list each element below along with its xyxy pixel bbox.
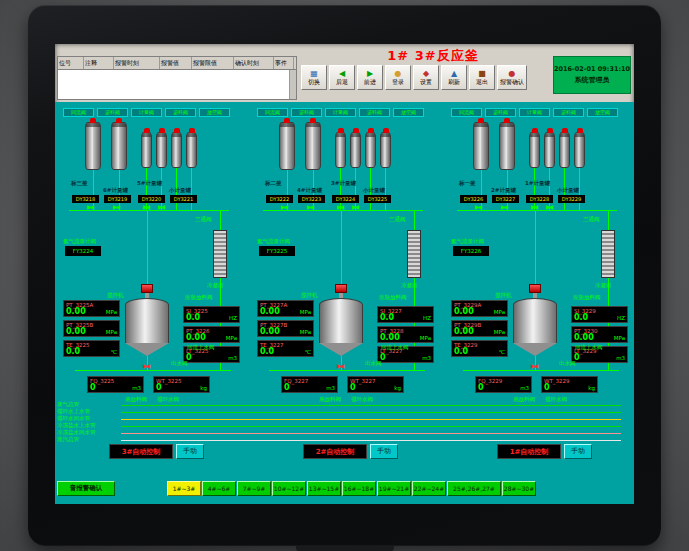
toolbar-forward-button[interactable]: ▶前进 xyxy=(357,65,383,90)
reactor-cone xyxy=(125,343,169,356)
reactor-dome xyxy=(125,298,169,312)
instrument-unit: m3 xyxy=(326,385,335,391)
tank-top-band xyxy=(366,133,375,137)
instrument-display: SI_32270.0HZ xyxy=(377,306,434,323)
toolbar-button-label: 前进 xyxy=(364,78,376,85)
flow-meter-tag: FY3226 xyxy=(453,246,489,256)
metering-tank xyxy=(141,132,152,168)
tank-label: 标三釜 xyxy=(71,180,88,187)
toolbar-switch-button[interactable]: ▦切换 xyxy=(301,65,327,90)
valve-label: 回流上水阀 xyxy=(575,344,603,351)
three-way-valve-label: 三通阀 xyxy=(583,216,600,223)
instrument-value: 0.0 xyxy=(574,314,588,322)
tank-cap-indicator xyxy=(189,128,195,133)
voice-alarm-ack-button[interactable]: 音报警确认 xyxy=(57,481,115,496)
tank-cap-indicator xyxy=(338,128,344,133)
metering-tank xyxy=(156,132,167,168)
reactor-cone xyxy=(513,343,557,356)
instrument-unit: m3 xyxy=(132,385,141,391)
pipe-line xyxy=(121,426,621,427)
instrument-display: PT_3225B0.00MPa xyxy=(63,320,120,337)
toolbar-back-button[interactable]: ◀后退 xyxy=(329,65,355,90)
instrument-display: SI_32250.0HZ xyxy=(183,306,240,323)
current-user: 系统管理员 xyxy=(575,75,610,85)
alarm-table-body xyxy=(58,70,296,99)
manual-mode-button[interactable]: 手动 xyxy=(370,444,398,459)
valve-label-chip: 进料阀 xyxy=(359,108,390,117)
instrument-value: 0.00 xyxy=(454,328,474,336)
bottom-valve-icon[interactable]: ▶◀ xyxy=(531,363,536,369)
tank-tag: DY3221 xyxy=(170,195,197,203)
toolbar-alarm-ack-button[interactable]: ●报警确认 xyxy=(497,65,527,90)
toolbar-exit-button[interactable]: ■退出 xyxy=(469,65,495,90)
page-button-7[interactable]: 19#~21# xyxy=(377,481,411,496)
manual-mode-button[interactable]: 手动 xyxy=(176,444,204,459)
page-button-6[interactable]: 16#~18# xyxy=(342,481,376,496)
instrument-display: TE_32250.0℃ xyxy=(63,340,120,357)
pipe xyxy=(147,210,148,294)
valve-label-chip: 计量阀 xyxy=(325,108,356,117)
metering-tank xyxy=(574,132,585,168)
bottom-valve-icon[interactable]: ▶◀ xyxy=(143,363,148,369)
tank-cap-indicator xyxy=(310,118,316,123)
tank-top-band xyxy=(336,133,345,137)
toolbar-refresh-button[interactable]: ▲刷新 xyxy=(441,65,467,90)
page-button-1[interactable]: 1#~3# xyxy=(167,481,201,496)
manual-mode-button[interactable]: 手动 xyxy=(564,444,592,459)
instrument-unit: m3 xyxy=(228,355,237,361)
reactor-body xyxy=(513,311,557,343)
instrument-unit: MPa xyxy=(226,335,237,341)
alarm-column-header: 事件 xyxy=(274,57,294,69)
metering-tank xyxy=(365,132,376,168)
toolbar-settings-button[interactable]: ◆设置 xyxy=(413,65,439,90)
toolbar-button-label: 登录 xyxy=(392,78,404,85)
tank-top-band xyxy=(280,123,294,127)
tank-cap-indicator xyxy=(504,118,510,123)
pipe-line xyxy=(121,405,621,406)
instrument-value: 0.00 xyxy=(186,334,206,342)
alarm-table-scrollbar[interactable] xyxy=(289,70,296,99)
page-button-4[interactable]: 10#~12# xyxy=(272,481,306,496)
valve-label: 出水阀 xyxy=(365,360,382,367)
instrument-unit: HZ xyxy=(617,315,625,321)
tank-top-band xyxy=(112,123,126,127)
instrument-unit: kg xyxy=(200,385,207,391)
pipe xyxy=(269,370,425,371)
pipe-line xyxy=(121,419,621,420)
toolbar-login-button[interactable]: ●登录 xyxy=(385,65,411,90)
control-panel-1: 1#自动控制手动 xyxy=(497,444,592,459)
page-button-2[interactable]: 4#~6# xyxy=(202,481,236,496)
valve-label: 搅拌机 xyxy=(301,292,318,299)
tank-cap-indicator xyxy=(368,128,374,133)
tank-top-band xyxy=(545,133,554,137)
instrument-value: 0 xyxy=(156,384,162,392)
pipe xyxy=(69,210,229,211)
page-button-10[interactable]: 28#~30# xyxy=(502,481,536,496)
process-diagram: 音报警确认 1#~3#4#~6#7#~9#10#~12#13#~15#16#~1… xyxy=(55,102,634,504)
valve-label: 搅拌机 xyxy=(107,292,124,299)
metering-tank xyxy=(559,132,570,168)
page-button-3[interactable]: 7#~9# xyxy=(237,481,271,496)
login-icon: ● xyxy=(395,70,402,78)
three-way-valve-label: 三通阀 xyxy=(195,216,212,223)
instrument-display: SI_32290.0HZ xyxy=(571,306,628,323)
metering-tank xyxy=(85,122,101,170)
bottom-valve-icon[interactable]: ▶◀ xyxy=(337,363,342,369)
valve-label-chip: 回流阀 xyxy=(451,108,482,117)
page-button-5[interactable]: 13#~15# xyxy=(307,481,341,496)
tank-cap-indicator xyxy=(562,128,568,133)
tank-tag: DY3225 xyxy=(364,195,391,203)
page-selector-bar: 音报警确认 1#~3#4#~6#7#~9#10#~12#13#~15#16#~1… xyxy=(55,481,634,498)
flow-meter-label: 氮气流量计阀 xyxy=(257,238,290,245)
page-button-8[interactable]: 22#~24# xyxy=(412,481,446,496)
page-button-9[interactable]: 25#,26#,27# xyxy=(447,481,501,496)
datetime-text: 2016-02-01 09:31:10 xyxy=(554,65,630,73)
valve-label: 底放料阀 xyxy=(319,396,341,403)
instrument-display: WT_32270kg xyxy=(347,376,404,393)
instrument-value: 0.0 xyxy=(260,348,274,356)
metering-tank xyxy=(335,132,346,168)
toolbar-button-label: 设置 xyxy=(420,78,432,85)
tank-top-band xyxy=(172,133,181,137)
tank-label: 标二釜 xyxy=(265,180,282,187)
instrument-value: 0.0 xyxy=(66,348,80,356)
